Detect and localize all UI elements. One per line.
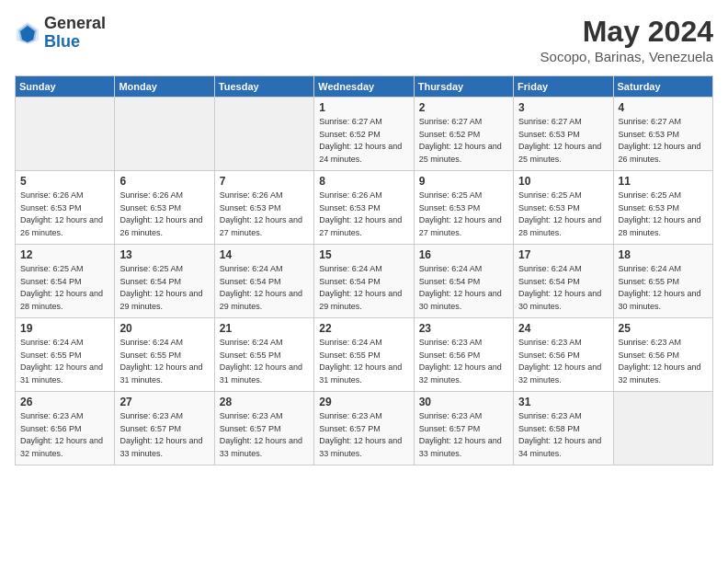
day-number: 27 — [119, 396, 209, 408]
day-info: Sunrise: 6:24 AM Sunset: 6:55 PM Dayligh… — [20, 337, 109, 386]
day-info: Sunrise: 6:23 AM Sunset: 6:58 PM Dayligh… — [518, 410, 608, 460]
day-info: Sunrise: 6:24 AM Sunset: 6:54 PM Dayligh… — [220, 263, 309, 313]
day-number: 6 — [119, 175, 209, 188]
calendar-cell: 28Sunrise: 6:23 AM Sunset: 6:57 PM Dayli… — [214, 392, 313, 465]
day-info: Sunrise: 6:24 AM Sunset: 6:55 PM Dayligh… — [619, 263, 708, 313]
day-info: Sunrise: 6:25 AM Sunset: 6:54 PM Dayligh… — [20, 263, 109, 313]
calendar-cell: 20Sunrise: 6:24 AM Sunset: 6:55 PM Dayli… — [115, 318, 214, 392]
header-tuesday: Tuesday — [214, 76, 313, 98]
calendar-cell: 13Sunrise: 6:25 AM Sunset: 6:54 PM Dayli… — [115, 245, 214, 318]
week-row-3: 12Sunrise: 6:25 AM Sunset: 6:54 PM Dayli… — [16, 245, 713, 318]
calendar-cell: 12Sunrise: 6:25 AM Sunset: 6:54 PM Dayli… — [16, 245, 115, 318]
logo-icon — [15, 20, 40, 46]
calendar-cell — [214, 98, 313, 171]
calendar-cell — [115, 98, 214, 171]
week-row-5: 26Sunrise: 6:23 AM Sunset: 6:56 PM Dayli… — [16, 392, 713, 465]
logo-text: General Blue — [44, 15, 106, 52]
day-info: Sunrise: 6:23 AM Sunset: 6:56 PM Dayligh… — [518, 337, 608, 386]
day-number: 24 — [518, 322, 608, 335]
calendar-cell: 26Sunrise: 6:23 AM Sunset: 6:56 PM Dayli… — [16, 392, 115, 465]
day-number: 20 — [119, 322, 209, 335]
day-info: Sunrise: 6:24 AM Sunset: 6:55 PM Dayligh… — [119, 337, 209, 386]
calendar-cell — [613, 392, 712, 465]
day-number: 23 — [419, 322, 508, 335]
week-row-2: 5Sunrise: 6:26 AM Sunset: 6:53 PM Daylig… — [16, 171, 713, 245]
calendar-cell: 23Sunrise: 6:23 AM Sunset: 6:56 PM Dayli… — [414, 318, 513, 392]
day-info: Sunrise: 6:26 AM Sunset: 6:53 PM Dayligh… — [119, 190, 209, 239]
day-number: 11 — [619, 175, 708, 188]
calendar-cell: 21Sunrise: 6:24 AM Sunset: 6:55 PM Dayli… — [214, 318, 313, 392]
page-header: General Blue May 2024 Socopo, Barinas, V… — [15, 15, 713, 64]
day-number: 3 — [518, 101, 608, 114]
day-number: 13 — [119, 248, 209, 261]
day-number: 2 — [419, 101, 508, 114]
day-number: 15 — [319, 248, 408, 261]
day-info: Sunrise: 6:26 AM Sunset: 6:53 PM Dayligh… — [319, 190, 408, 239]
header-sunday: Sunday — [16, 76, 115, 98]
calendar-cell: 25Sunrise: 6:23 AM Sunset: 6:56 PM Dayli… — [613, 318, 712, 392]
day-number: 22 — [319, 322, 408, 335]
calendar-cell: 7Sunrise: 6:26 AM Sunset: 6:53 PM Daylig… — [214, 171, 313, 245]
day-number: 26 — [20, 396, 109, 408]
day-info: Sunrise: 6:23 AM Sunset: 6:57 PM Dayligh… — [119, 410, 209, 460]
day-info: Sunrise: 6:25 AM Sunset: 6:53 PM Dayligh… — [619, 190, 708, 239]
location: Socopo, Barinas, Venezuela — [540, 49, 713, 64]
day-number: 8 — [319, 175, 408, 188]
calendar-cell: 6Sunrise: 6:26 AM Sunset: 6:53 PM Daylig… — [115, 171, 214, 245]
header-monday: Monday — [115, 76, 214, 98]
calendar-cell: 27Sunrise: 6:23 AM Sunset: 6:57 PM Dayli… — [115, 392, 214, 465]
day-number: 18 — [619, 248, 708, 261]
calendar-cell: 9Sunrise: 6:25 AM Sunset: 6:53 PM Daylig… — [414, 171, 513, 245]
day-number: 7 — [220, 175, 309, 188]
day-number: 28 — [220, 396, 309, 408]
day-info: Sunrise: 6:23 AM Sunset: 6:56 PM Dayligh… — [619, 337, 708, 386]
calendar-cell: 10Sunrise: 6:25 AM Sunset: 6:53 PM Dayli… — [514, 171, 613, 245]
header-friday: Friday — [514, 76, 613, 98]
calendar-cell: 30Sunrise: 6:23 AM Sunset: 6:57 PM Dayli… — [414, 392, 513, 465]
day-info: Sunrise: 6:24 AM Sunset: 6:54 PM Dayligh… — [419, 263, 508, 313]
day-info: Sunrise: 6:23 AM Sunset: 6:57 PM Dayligh… — [220, 410, 309, 460]
day-number: 12 — [20, 248, 109, 261]
calendar-cell: 1Sunrise: 6:27 AM Sunset: 6:52 PM Daylig… — [314, 98, 414, 171]
day-number: 4 — [619, 101, 708, 114]
day-info: Sunrise: 6:23 AM Sunset: 6:57 PM Dayligh… — [419, 410, 508, 460]
calendar-cell: 24Sunrise: 6:23 AM Sunset: 6:56 PM Dayli… — [514, 318, 613, 392]
day-number: 9 — [419, 175, 508, 188]
day-info: Sunrise: 6:24 AM Sunset: 6:54 PM Dayligh… — [518, 263, 608, 313]
calendar-cell: 8Sunrise: 6:26 AM Sunset: 6:53 PM Daylig… — [314, 171, 414, 245]
day-info: Sunrise: 6:27 AM Sunset: 6:53 PM Dayligh… — [619, 116, 708, 166]
header-saturday: Saturday — [613, 76, 712, 98]
day-info: Sunrise: 6:24 AM Sunset: 6:55 PM Dayligh… — [319, 337, 408, 386]
day-info: Sunrise: 6:26 AM Sunset: 6:53 PM Dayligh… — [20, 190, 109, 239]
day-number: 30 — [419, 396, 508, 408]
calendar-cell: 29Sunrise: 6:23 AM Sunset: 6:57 PM Dayli… — [314, 392, 414, 465]
calendar-cell: 18Sunrise: 6:24 AM Sunset: 6:55 PM Dayli… — [613, 245, 712, 318]
title-block: May 2024 Socopo, Barinas, Venezuela — [540, 15, 713, 64]
day-info: Sunrise: 6:27 AM Sunset: 6:52 PM Dayligh… — [319, 116, 408, 166]
day-info: Sunrise: 6:25 AM Sunset: 6:53 PM Dayligh… — [419, 190, 508, 239]
calendar-cell: 22Sunrise: 6:24 AM Sunset: 6:55 PM Dayli… — [314, 318, 414, 392]
day-number: 29 — [319, 396, 408, 408]
calendar-cell: 16Sunrise: 6:24 AM Sunset: 6:54 PM Dayli… — [414, 245, 513, 318]
header-thursday: Thursday — [414, 76, 513, 98]
day-info: Sunrise: 6:24 AM Sunset: 6:55 PM Dayligh… — [220, 337, 309, 386]
day-number: 25 — [619, 322, 708, 335]
day-number: 16 — [419, 248, 508, 261]
calendar-cell: 2Sunrise: 6:27 AM Sunset: 6:52 PM Daylig… — [414, 98, 513, 171]
day-number: 10 — [518, 175, 608, 188]
week-row-4: 19Sunrise: 6:24 AM Sunset: 6:55 PM Dayli… — [16, 318, 713, 392]
calendar-cell — [16, 98, 115, 171]
week-row-1: 1Sunrise: 6:27 AM Sunset: 6:52 PM Daylig… — [16, 98, 713, 171]
calendar-cell: 15Sunrise: 6:24 AM Sunset: 6:54 PM Dayli… — [314, 245, 414, 318]
calendar-table: SundayMondayTuesdayWednesdayThursdayFrid… — [15, 75, 713, 465]
logo-blue: Blue — [44, 33, 106, 52]
day-info: Sunrise: 6:23 AM Sunset: 6:56 PM Dayligh… — [419, 337, 508, 386]
header-wednesday: Wednesday — [314, 76, 414, 98]
day-number: 21 — [220, 322, 309, 335]
calendar-cell: 17Sunrise: 6:24 AM Sunset: 6:54 PM Dayli… — [514, 245, 613, 318]
calendar-cell: 11Sunrise: 6:25 AM Sunset: 6:53 PM Dayli… — [613, 171, 712, 245]
day-info: Sunrise: 6:27 AM Sunset: 6:52 PM Dayligh… — [419, 116, 508, 166]
logo: General Blue — [15, 15, 106, 52]
day-info: Sunrise: 6:25 AM Sunset: 6:54 PM Dayligh… — [119, 263, 209, 313]
day-number: 31 — [518, 396, 608, 408]
